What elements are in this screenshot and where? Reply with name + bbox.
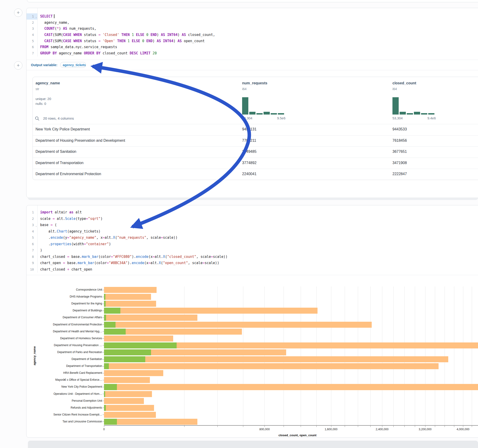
fold-chevron-icon[interactable]: ⌄ xyxy=(36,223,37,229)
y-axis-label: Personal Exemption Unit xyxy=(32,399,102,402)
code-token: (x xyxy=(149,255,153,259)
code-token: alt. xyxy=(155,255,163,259)
add-cell-button-top[interactable]: + xyxy=(14,8,22,17)
code-token: DESC xyxy=(130,51,138,55)
code-token: "agency_name" xyxy=(69,236,96,240)
search-icon[interactable] xyxy=(35,116,39,121)
column-header[interactable]: agency_name xyxy=(36,81,60,85)
code-token: = xyxy=(111,255,113,259)
code-line[interactable]: chart_open = base.mark_bar(color="#8BC34… xyxy=(40,260,478,266)
code-line[interactable]: CAST(SUM(CASE WHEN status = 'Open' THEN … xyxy=(40,38,478,44)
x-axis-tick xyxy=(358,426,358,427)
code-token: = xyxy=(86,217,88,221)
x-axis-tick xyxy=(243,426,243,427)
code-token: closed_count, xyxy=(186,33,215,37)
table-row[interactable]: Department of Transportation377489234719… xyxy=(33,158,478,169)
code-token: ) xyxy=(173,39,177,43)
x-axis-tick xyxy=(435,426,435,427)
code-token: AS xyxy=(157,39,161,43)
fold-chevron-icon[interactable]: ⌄ xyxy=(36,14,37,20)
table-cell: Department of Environmental Protection xyxy=(36,172,101,176)
code-line[interactable]: .properties(width="container") xyxy=(40,241,478,248)
code-token: X xyxy=(159,261,161,265)
chart-gridline xyxy=(445,286,445,425)
cell-gap xyxy=(28,198,478,200)
line-number: 9 xyxy=(26,260,37,266)
code-token: , scale xyxy=(196,255,211,259)
code-token xyxy=(115,39,117,43)
code-line[interactable]: base = ( xyxy=(40,222,478,228)
table-row[interactable]: New York City Police Department945313194… xyxy=(33,124,478,136)
chart-gridline xyxy=(284,286,284,425)
code-token xyxy=(149,33,151,37)
code-line[interactable]: .encode(y="agency_name", x=alt.X("num_re… xyxy=(40,235,478,241)
code-token: = xyxy=(53,217,55,221)
code-token: scale)) xyxy=(163,236,177,240)
table-footer: 20 rows, 4 columns xyxy=(35,115,74,122)
open-count-bar xyxy=(104,301,106,307)
code-token xyxy=(151,51,153,55)
histogram-bar xyxy=(407,113,413,115)
output-variable-pill[interactable]: agency_tickets xyxy=(60,62,86,68)
code-token: encode xyxy=(50,236,63,240)
python-code-editor[interactable]: 123⌄45678910import altair as altscale = … xyxy=(26,205,478,273)
table-cell: 2240041 xyxy=(242,172,256,176)
code-token: ( xyxy=(115,236,117,240)
code-line[interactable]: SELECT xyxy=(40,13,478,20)
code-token: base xyxy=(40,223,50,227)
code-token: ELSE xyxy=(136,33,144,37)
table-row[interactable]: Department of Environmental Protection22… xyxy=(33,169,478,180)
code-line[interactable]: scale = alt.Scale(type="sqrt") xyxy=(40,216,478,222)
code-line[interactable]: chart_closed = base.mark_bar(color="#FFC… xyxy=(40,254,478,260)
code-token: Chart xyxy=(57,229,67,233)
code-token: num_requests, xyxy=(67,26,96,31)
code-token xyxy=(40,26,44,31)
code-line[interactable]: agency_name, xyxy=(40,20,478,26)
open-count-bar xyxy=(104,294,105,300)
column-dtype: str xyxy=(36,87,39,91)
y-axis-label: DHS Advantage Programs xyxy=(32,295,102,298)
column-header[interactable]: num_requests xyxy=(242,81,267,85)
table-row[interactable]: Department of Housing Preservation and D… xyxy=(33,135,478,147)
code-token: ) xyxy=(101,217,103,221)
code-token: CAST xyxy=(44,33,53,37)
cell-divider xyxy=(26,275,478,275)
code-line[interactable]: import altair as alt xyxy=(40,209,478,216)
code-token: ELSE xyxy=(132,39,140,43)
x-axis-tick xyxy=(331,426,331,427)
output-variable-row: Output variable: agency_tickets xyxy=(26,60,478,70)
code-line[interactable]: FROM sample_data.nyc.service_requests xyxy=(40,44,478,50)
line-number: 7 xyxy=(26,50,37,56)
code-line[interactable]: GROUP BY agency_name ORDER BY closed_cou… xyxy=(40,50,478,56)
code-token: 'Closed' xyxy=(103,33,119,37)
histogram-bar xyxy=(264,112,270,115)
table-row[interactable]: Department of Sanitation37494853677651 xyxy=(33,146,478,158)
code-token xyxy=(138,51,140,55)
code-line[interactable]: ) xyxy=(40,247,478,254)
code-token: (x xyxy=(144,261,149,265)
x-axis-tick xyxy=(345,426,345,427)
x-axis-tick xyxy=(264,426,265,427)
x-axis-tick xyxy=(217,426,218,427)
column-header[interactable]: closed_count xyxy=(392,81,416,85)
code-token: = xyxy=(153,255,155,259)
y-axis-label: Department for the Aging xyxy=(32,302,102,305)
code-token: scale)) xyxy=(205,261,219,265)
code-token: AS xyxy=(182,33,186,37)
x-axis-tick xyxy=(454,426,454,427)
code-line[interactable]: CAST(SUM(CASE WHEN status = 'Closed' THE… xyxy=(40,32,478,38)
sql-code-editor[interactable]: 1⌄234567SELECT agency_name, COUNT(*) AS … xyxy=(26,8,478,56)
chart-gridline xyxy=(454,286,454,425)
code-line[interactable]: COUNT(*) AS num_requests, xyxy=(40,25,478,32)
code-line[interactable]: chart_closed + chart_open xyxy=(40,266,478,273)
open-count-bar xyxy=(104,315,106,321)
y-axis-label: Operations Unit - Department of Hom… xyxy=(32,392,102,395)
x-axis-tick xyxy=(445,426,445,427)
code-token: 20 xyxy=(153,51,157,55)
column-histogram xyxy=(392,97,434,115)
add-cell-button-output[interactable]: + xyxy=(14,61,22,70)
code-line[interactable]: alt.Chart(agency_tickets) xyxy=(40,228,478,235)
chart-gridline xyxy=(415,286,415,425)
histogram-bar xyxy=(392,97,399,115)
chart-gridline xyxy=(463,286,463,425)
